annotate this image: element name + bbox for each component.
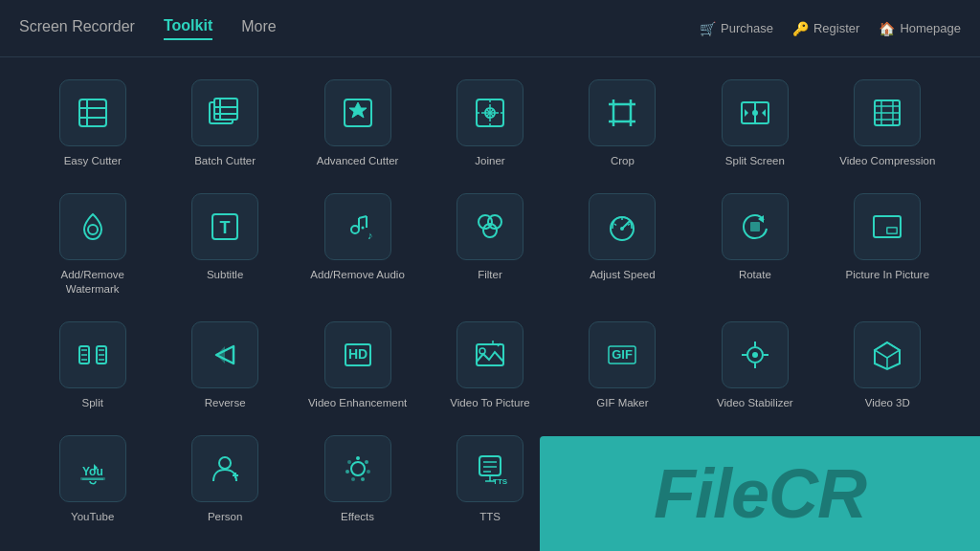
tool-effects[interactable]: Effects <box>294 428 421 532</box>
home-icon: 🏠 <box>879 21 895 36</box>
joiner-icon <box>472 95 508 131</box>
tts-label: TTS <box>479 510 501 524</box>
audio-icon: ♪ <box>340 209 376 245</box>
tool-split[interactable]: Split <box>29 314 156 418</box>
gif-icon: GIF <box>604 337 640 373</box>
stabilizer-label: Video Stabilizer <box>717 396 793 410</box>
tab-screen-recorder[interactable]: Screen Recorder <box>19 18 135 39</box>
svg-marker-30 <box>762 109 766 117</box>
tool-video-3d[interactable]: Video 3D <box>824 314 951 418</box>
svg-point-97 <box>365 460 368 464</box>
tool-video-compression[interactable]: Video Compression <box>824 72 951 176</box>
easy-cutter-icon <box>75 95 111 131</box>
rotate-icon <box>737 209 773 245</box>
enhancement-label: Video Enhancement <box>308 396 407 410</box>
tool-speed[interactable]: Adjust Speed <box>559 186 686 304</box>
tool-rotate[interactable]: Rotate <box>691 186 818 304</box>
pip-label: Picture In Picture <box>845 268 929 282</box>
advanced-cutter-label: Advanced Cutter <box>317 154 399 168</box>
split-label: Split <box>82 396 103 410</box>
svg-line-54 <box>628 224 630 226</box>
svg-point-100 <box>351 477 355 481</box>
split-screen-icon <box>737 95 773 131</box>
tool-pip[interactable]: Picture In Picture <box>824 186 951 304</box>
svg-text:HD: HD <box>347 346 367 362</box>
svg-point-92 <box>219 457 231 469</box>
tab-more[interactable]: More <box>241 18 276 39</box>
person-label: Person <box>208 510 242 524</box>
joiner-label: Joiner <box>475 154 504 168</box>
subtitle-icon: T <box>207 209 243 245</box>
video-3d-icon <box>869 337 905 373</box>
svg-point-99 <box>361 477 365 481</box>
svg-point-28 <box>752 110 758 116</box>
tool-joiner[interactable]: Joiner <box>426 72 553 176</box>
tool-youtube[interactable]: You YouTube <box>29 428 156 532</box>
tab-toolkit[interactable]: Toolkit <box>164 17 212 40</box>
tool-crop[interactable]: Crop <box>559 72 686 176</box>
svg-rect-103 <box>479 456 501 475</box>
svg-marker-69 <box>216 346 225 364</box>
svg-point-37 <box>88 225 98 234</box>
svg-text:TTS: TTS <box>493 477 508 486</box>
svg-text:You: You <box>82 465 103 478</box>
audio-label: Add/Remove Audio <box>310 268 404 282</box>
tool-reverse[interactable]: Reverse <box>161 314 288 418</box>
speed-label: Adjust Speed <box>590 268 655 282</box>
effects-icon <box>340 451 376 487</box>
watermark-label: Add/Remove Watermark <box>33 268 152 297</box>
purchase-button[interactable]: 🛒 Purchase <box>700 21 773 36</box>
vid-to-pic-label: Video To Picture <box>450 396 529 410</box>
video-compression-label: Video Compression <box>839 154 935 168</box>
svg-marker-10 <box>349 102 367 118</box>
advanced-cutter-icon <box>340 95 376 131</box>
youtube-icon: You <box>75 451 111 487</box>
batch-cutter-icon <box>207 95 243 131</box>
register-button[interactable]: 🔑 Register <box>792 21 859 36</box>
filter-icon <box>472 209 508 245</box>
crop-icon <box>604 95 640 131</box>
tool-enhancement[interactable]: HD Video Enhancement <box>294 314 421 418</box>
tool-watermark[interactable]: Add/Remove Watermark <box>29 186 156 304</box>
enhancement-icon: HD <box>340 337 376 373</box>
svg-rect-72 <box>477 344 503 365</box>
svg-marker-85 <box>875 342 900 358</box>
tool-grid: Easy Cutter Batch Cutter <box>29 72 951 532</box>
youtube-label: YouTube <box>71 510 114 524</box>
tool-stabilizer[interactable]: Video Stabilizer <box>691 314 818 418</box>
batch-cutter-label: Batch Cutter <box>194 154 256 168</box>
svg-text:T: T <box>220 218 231 237</box>
tool-batch-cutter[interactable]: Batch Cutter <box>161 72 288 176</box>
person-icon <box>207 451 243 487</box>
svg-point-83 <box>752 352 758 358</box>
homepage-button[interactable]: 🏠 Homepage <box>879 21 961 36</box>
tool-vid-to-pic[interactable]: Video To Picture <box>426 314 553 418</box>
svg-point-102 <box>347 460 351 464</box>
tool-filter[interactable]: Filter <box>426 186 553 304</box>
vid-to-pic-icon <box>472 337 508 373</box>
tool-audio[interactable]: ♪ Add/Remove Audio <box>294 186 421 304</box>
svg-point-73 <box>479 348 485 354</box>
tool-advanced-cutter[interactable]: Advanced Cutter <box>294 72 421 176</box>
cart-icon: 🛒 <box>700 21 716 36</box>
svg-point-101 <box>345 470 349 474</box>
tool-easy-cutter[interactable]: Easy Cutter <box>29 72 156 176</box>
svg-line-52 <box>614 224 616 226</box>
key-icon: 🔑 <box>792 21 809 36</box>
tool-tts[interactable]: TTS TTS <box>426 428 553 532</box>
svg-point-98 <box>367 470 370 474</box>
svg-marker-29 <box>745 109 748 117</box>
reverse-label: Reverse <box>205 396 246 410</box>
video-3d-label: Video 3D <box>865 396 910 410</box>
effects-label: Effects <box>341 510 374 524</box>
svg-line-42 <box>359 216 367 218</box>
tool-subtitle[interactable]: T Subtitle <box>161 186 288 304</box>
svg-text:♪: ♪ <box>368 230 373 241</box>
rotate-label: Rotate <box>739 268 771 282</box>
video-compression-icon <box>869 95 905 131</box>
tool-person[interactable]: Person <box>161 428 288 532</box>
tool-split-screen[interactable]: Split Screen <box>691 72 818 176</box>
svg-point-96 <box>356 456 360 460</box>
tool-gif[interactable]: GIF GIF Maker <box>559 314 686 418</box>
tts-icon: TTS <box>472 451 508 487</box>
